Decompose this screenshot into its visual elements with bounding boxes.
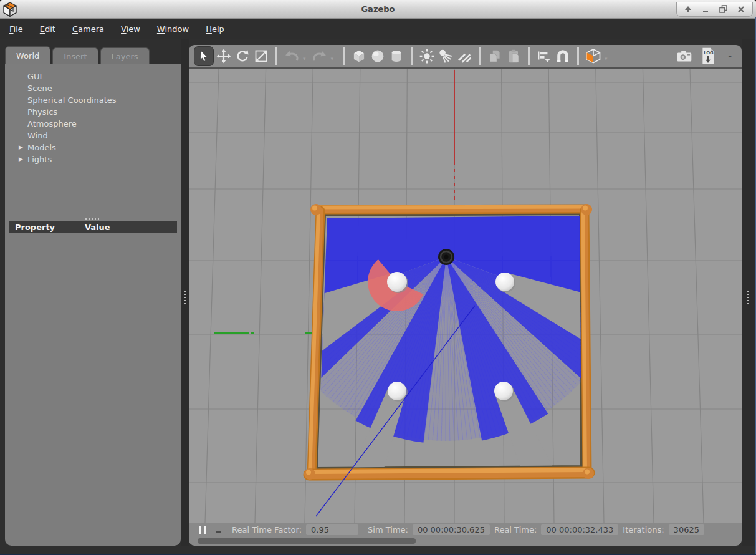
spot-light-button[interactable] [437,47,454,65]
real-time-factor-label: Real Time Factor: [232,525,302,534]
panel-splitter-grip[interactable] [85,218,100,220]
real-time-value: 00 00:00:32.433 [541,524,618,535]
3d-viewport-canvas[interactable] [189,69,742,523]
paste-button[interactable] [505,47,522,65]
scale-icon [254,49,269,64]
point-light-icon [419,48,435,64]
menu-view[interactable]: View [121,24,140,34]
titlebar[interactable]: Gazebo [0,0,756,19]
tree-item-gui[interactable]: GUI [5,70,181,82]
align-icon [536,48,552,64]
render-toolbar: ▾ ▾ [189,45,742,69]
iterations-value: 30625 [669,524,704,535]
tab-layers[interactable]: Layers [100,47,150,64]
sim-time-label: Sim Time: [368,525,408,534]
value-column-header[interactable]: Value [85,223,110,232]
toolbar-separator [528,47,530,65]
tree-item-spherical-coordinates[interactable]: Spherical Coordinates [5,94,181,106]
world-panel: GUI Scene Spherical Coordinates Physics … [5,64,181,546]
insert-cylinder-button[interactable] [388,47,405,65]
directional-light-button[interactable] [456,47,473,65]
expand-arrow-icon[interactable]: ▶ [19,142,23,153]
insert-box-button[interactable] [350,47,368,65]
render-viewport: ▾ ▾ [189,45,742,546]
pause-button[interactable] [199,526,206,534]
tree-item-lights[interactable]: ▶ Lights [5,153,181,165]
select-tool-button[interactable] [194,46,214,66]
menu-window[interactable]: Window [157,24,189,34]
camera-icon [676,47,693,65]
translate-tool-button[interactable] [215,47,232,65]
undo-history-dropdown[interactable]: ▾ [303,56,306,62]
tree-item-physics[interactable]: Physics [5,106,181,118]
tab-insert[interactable]: Insert [52,47,98,64]
splitter-grip[interactable] [747,291,749,306]
menu-help[interactable]: Help [206,24,224,34]
canvas-wrap [189,69,742,523]
spot-light-icon [438,48,454,64]
rotate-tool-button[interactable] [234,47,251,65]
real-time-factor-value: 0.95 [306,524,358,535]
world-tree: GUI Scene Spherical Coordinates Physics … [5,64,181,216]
iterations-label: Iterations: [623,525,664,534]
tab-world[interactable]: World [5,46,50,64]
toolbar-separator [275,47,277,65]
snap-magnet-button[interactable] [554,47,572,65]
box-icon [351,48,367,64]
scrollbar-handle[interactable] [198,538,416,544]
screenshot-button[interactable] [676,47,693,65]
toolbar-separator [577,47,579,65]
shade-icon [684,6,692,13]
restore-button[interactable] [719,5,727,13]
scale-tool-button[interactable] [252,47,270,65]
log-icon-label: LOG [704,51,714,56]
view-cube-icon [585,47,602,65]
tree-item-wind[interactable]: Wind [5,130,181,142]
property-table-header: Property Value [9,221,177,233]
menu-edit[interactable]: Edit [40,24,55,34]
insert-sphere-button[interactable] [369,47,386,65]
property-column-header[interactable]: Property [9,223,85,232]
view-angle-button[interactable] [585,47,602,65]
close-button[interactable] [737,6,745,13]
log-icon: LOG [699,47,717,65]
magnet-icon [555,48,571,64]
menu-file[interactable]: File [9,24,23,34]
horizontal-scrollbar[interactable] [189,536,742,546]
translate-icon [216,49,231,64]
panel-viewport-splitter[interactable] [181,39,189,546]
copy-button[interactable] [486,47,504,65]
point-light-button[interactable] [418,47,436,65]
expand-arrow-icon[interactable]: ▶ [19,153,23,165]
align-button[interactable] [535,47,553,65]
minimize-icon [702,6,709,13]
pause-icon [199,526,201,534]
cylinder-icon [388,48,404,64]
restore-icon [719,5,727,13]
splitter-grip[interactable] [184,291,186,306]
close-icon [737,6,745,13]
window-title: Gazebo [0,4,756,14]
view-angle-dropdown[interactable]: ▾ [605,56,608,62]
sidebar-tabs: World Insert Layers [5,45,181,64]
directional-light-icon [456,48,472,64]
redo-history-dropdown[interactable]: ▾ [331,56,334,62]
tree-item-scene[interactable]: Scene [5,82,181,94]
toolbar-separator [411,47,413,65]
log-record-button[interactable]: LOG [699,47,717,65]
right-edge-strip[interactable] [742,39,756,546]
tree-item-models[interactable]: ▶ Models [5,142,181,153]
menubar: File Edit Camera View Window Help [0,19,756,39]
tree-item-atmosphere[interactable]: Atmosphere [5,118,181,130]
select-arrow-icon [197,49,211,63]
sphere-icon [370,48,386,64]
step-button[interactable] [216,531,221,533]
menu-camera[interactable]: Camera [72,24,104,34]
gazebo-window: Gazebo File Edit Came [0,0,756,555]
minimize-button[interactable] [702,6,709,13]
toolbar-overflow-button[interactable]: - [728,51,732,61]
undo-button[interactable] [283,47,300,65]
redo-button[interactable] [311,47,328,65]
window-controls [676,2,753,17]
shade-button[interactable] [684,6,692,13]
